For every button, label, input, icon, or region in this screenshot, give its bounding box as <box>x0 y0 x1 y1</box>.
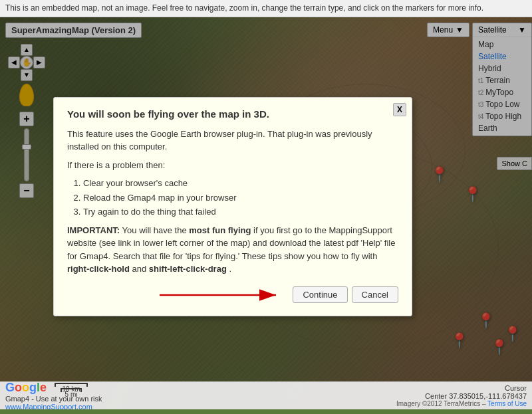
center-coords: Center 37.835015,-111.678437 <box>425 392 527 400</box>
close-icon: X <box>397 105 402 114</box>
arrow-graphic <box>153 285 286 305</box>
google-logo: Google 10 km 5 mi <box>5 381 102 395</box>
info-bar: This is an embedded map, not an image. F… <box>0 0 532 17</box>
continue-label: Continue <box>303 290 337 300</box>
map-container[interactable]: SuperAmazingMap (Version 2) Menu ▼ Satel… <box>0 17 532 409</box>
most-fun-flying: most fun flying <box>189 225 251 235</box>
important-text3: and <box>132 264 149 274</box>
modal-para1: This feature uses the Google Earth brows… <box>67 128 398 154</box>
modal-important: IMPORTANT: You will have the most fun fl… <box>67 224 398 276</box>
modal-body: This feature uses the Google Earth brows… <box>67 128 398 276</box>
modal-list-item: Try again to do the thing that failed <box>83 205 398 219</box>
cancel-label: Cancel <box>362 290 388 300</box>
cursor-label: Cursor <box>505 384 527 392</box>
g-yellow: o <box>22 381 29 394</box>
mapping-support-link[interactable]: www.MappingSupport.com <box>5 403 102 409</box>
modal-arrow <box>67 285 289 305</box>
modal-close-button[interactable]: X <box>393 103 406 116</box>
modal-list: Clear your browser's cache Reload the Gm… <box>83 177 398 219</box>
bottom-bar: Google 10 km 5 mi Gmap4 - Use at your ow… <box>0 381 532 409</box>
modal-list-item: Clear your browser's cache <box>83 177 398 190</box>
important-label: IMPORTANT: <box>67 225 120 235</box>
modal-dialog: X You will soon be flying over the map i… <box>53 97 412 316</box>
g-blue2: g <box>29 381 37 394</box>
scale-mi: 5 mi <box>61 388 82 392</box>
modal-overlay: X You will soon be flying over the map i… <box>0 17 532 409</box>
bottom-right: Cursor Center 37.835015,-111.678437 Imag… <box>396 384 527 407</box>
scale-bar: 10 km 5 mi <box>55 383 88 392</box>
modal-actions: Continue Cancel <box>67 285 398 305</box>
terms-of-use-link[interactable]: Terms of Use <box>487 400 527 407</box>
bottom-left: Google 10 km 5 mi Gmap4 - Use at your ow… <box>5 381 102 409</box>
modal-para2: If there is a problem then: <box>67 159 398 172</box>
cancel-button[interactable]: Cancel <box>352 286 398 303</box>
scale-km: 10 km <box>55 383 88 387</box>
imagery-credit: Imagery ©2012 TerraMetrics – Terms of Us… <box>396 400 527 407</box>
info-text: This is an embedded map, not an image. F… <box>5 3 483 13</box>
modal-title: You will soon be flying over the map in … <box>67 108 398 120</box>
g-blue: G <box>5 381 15 394</box>
gmap4-credit: Gmap4 - Use at your own risk <box>5 395 102 403</box>
g-red: o <box>15 381 22 394</box>
imagery-text: Imagery ©2012 TerraMetrics – <box>396 400 485 407</box>
modal-list-item: Reload the Gmap4 map in your browser <box>83 191 398 205</box>
g-red2: e <box>40 381 47 394</box>
right-click-hold: right-click-hold <box>67 264 130 274</box>
continue-button[interactable]: Continue <box>293 286 347 303</box>
google-text: Google <box>5 381 47 395</box>
important-text1: You will have the <box>122 225 190 235</box>
shift-left-click-drag: shift-left-click-drag <box>149 264 227 274</box>
important-end: . <box>229 264 231 274</box>
